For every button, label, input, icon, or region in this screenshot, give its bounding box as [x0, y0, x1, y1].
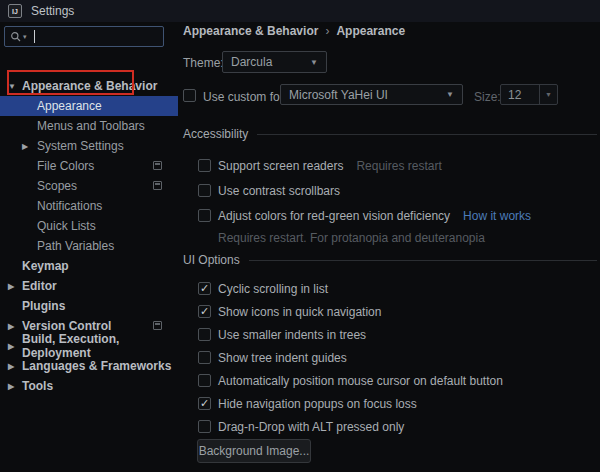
checkbox-label[interactable]: Show tree indent guides: [218, 351, 347, 365]
shared-settings-icon: [153, 161, 162, 170]
sidebar-item-scopes[interactable]: Scopes: [0, 176, 178, 196]
checkbox[interactable]: [198, 209, 211, 222]
section-header: UI Options: [183, 253, 597, 267]
settings-sidebar: ▾ ▼Appearance & BehaviorAppearanceMenus …: [0, 22, 178, 472]
font-size-value: 12: [501, 85, 539, 104]
theme-select[interactable]: Darcula ▼: [222, 51, 327, 73]
theme-label: Theme:: [183, 56, 224, 70]
sidebar-item-appearance[interactable]: Appearance: [0, 96, 178, 116]
settings-search-input[interactable]: ▾: [4, 26, 164, 47]
section-title: Accessibility: [183, 127, 248, 141]
title-bar: IJ Settings: [0, 0, 600, 22]
checkbox[interactable]: [198, 351, 211, 364]
sidebar-item-label: System Settings: [37, 139, 124, 153]
background-image-button[interactable]: Background Image...: [197, 439, 311, 463]
sidebar-item-editor[interactable]: ▶Editor: [0, 276, 178, 296]
checkbox-label[interactable]: Use contrast scrollbars: [218, 184, 340, 198]
chevron-right-icon[interactable]: ▶: [22, 142, 28, 151]
checkbox-row: ✓Hide navigation popups on focus loss: [183, 392, 597, 415]
checkbox-label[interactable]: Cyclic scrolling in list: [218, 282, 328, 296]
breadcrumb-item-parent[interactable]: Appearance & Behavior: [183, 24, 318, 38]
checkbox-label[interactable]: Hide navigation popups on focus loss: [218, 397, 417, 411]
sidebar-item-label: Editor: [22, 279, 57, 293]
hint-text: Requires restart: [356, 159, 441, 173]
section-header: Accessibility: [183, 127, 597, 141]
sidebar-item-build-execution-deployment[interactable]: ▶Build, Execution, Deployment: [0, 336, 178, 356]
checkbox-label[interactable]: Automatically position mouse cursor on d…: [218, 374, 503, 388]
sidebar-item-label: File Colors: [37, 159, 94, 173]
section-title: UI Options: [183, 253, 240, 267]
note-text: Requires restart. For protanopia and deu…: [183, 231, 597, 245]
sidebar-item-keymap[interactable]: Keymap: [0, 256, 178, 276]
checkbox-row: ✓Cyclic scrolling in list: [183, 277, 597, 300]
checkbox-row: Drag-n-Drop with ALT pressed only: [183, 415, 597, 438]
checkbox-row: Automatically position mouse cursor on d…: [183, 369, 597, 392]
intellij-logo-icon: IJ: [8, 4, 22, 18]
sidebar-item-label: Keymap: [22, 259, 69, 273]
shared-settings-icon: [153, 181, 162, 190]
checkbox[interactable]: [198, 374, 211, 387]
checkbox[interactable]: ✓: [198, 305, 211, 318]
sidebar-item-tools[interactable]: ▶Tools: [0, 376, 178, 396]
checkbox-label[interactable]: Adjust colors for red-green vision defic…: [218, 209, 450, 223]
font-family-select[interactable]: Microsoft YaHei UI ▼: [280, 84, 463, 105]
sidebar-item-label: Plugins: [22, 299, 65, 313]
chevron-right-icon[interactable]: ▶: [8, 322, 14, 331]
sidebar-item-menus-and-toolbars[interactable]: Menus and Toolbars: [0, 116, 178, 136]
checkbox-row: Use smaller indents in trees: [183, 323, 597, 346]
chevron-down-icon: ▼: [446, 90, 454, 99]
sidebar-item-quick-lists[interactable]: Quick Lists: [0, 216, 178, 236]
text-cursor: [34, 30, 35, 43]
sidebar-item-plugins[interactable]: Plugins: [0, 296, 178, 316]
sidebar-item-label: Languages & Frameworks: [22, 359, 171, 373]
checkbox-row: Show tree indent guides: [183, 346, 597, 369]
checkbox-row: Use contrast scrollbars: [183, 178, 597, 203]
section-divider: [249, 260, 597, 261]
checkbox-row: Adjust colors for red-green vision defic…: [183, 203, 597, 228]
checkbox[interactable]: [198, 328, 211, 341]
theme-selected-value: Darcula: [231, 55, 272, 69]
breadcrumb: Appearance & Behavior › Appearance: [183, 24, 405, 38]
sidebar-item-notifications[interactable]: Notifications: [0, 196, 178, 216]
search-icon: [10, 31, 22, 43]
window-title: Settings: [31, 4, 74, 18]
section-ui-options: UI Options ✓Cyclic scrolling in list✓Sho…: [183, 253, 597, 438]
checkbox[interactable]: [198, 184, 211, 197]
checkbox-label[interactable]: Support screen readers: [218, 159, 343, 173]
checkbox-label[interactable]: Use smaller indents in trees: [218, 328, 366, 342]
chevron-down-icon[interactable]: ▼: [8, 82, 16, 91]
checkbox-label[interactable]: Show icons in quick navigation: [218, 305, 381, 319]
sidebar-item-label: Version Control: [22, 319, 111, 333]
chevron-right-icon[interactable]: ▶: [8, 282, 14, 291]
checkbox-row: Support screen readersRequires restart: [183, 153, 597, 178]
how-it-works-link[interactable]: How it works: [463, 209, 531, 223]
sidebar-item-label: Path Variables: [37, 239, 114, 253]
sidebar-item-file-colors[interactable]: File Colors: [0, 156, 178, 176]
checkbox[interactable]: [198, 159, 211, 172]
section-divider: [257, 134, 597, 135]
chevron-right-icon[interactable]: ▶: [8, 342, 14, 351]
checkbox[interactable]: ✓: [198, 282, 211, 295]
sidebar-item-path-variables[interactable]: Path Variables: [0, 236, 178, 256]
use-custom-font-checkbox[interactable]: [183, 89, 196, 102]
sidebar-item-label: Scopes: [37, 179, 77, 193]
sidebar-item-languages-frameworks[interactable]: ▶Languages & Frameworks: [0, 356, 178, 376]
search-options-arrow-icon[interactable]: ▾: [23, 33, 27, 41]
sidebar-item-label: Notifications: [37, 199, 102, 213]
sidebar-item-system-settings[interactable]: ▶System Settings: [0, 136, 178, 156]
chevron-right-icon[interactable]: ▶: [8, 382, 14, 391]
sidebar-item-appearance-behavior[interactable]: ▼Appearance & Behavior: [0, 76, 178, 96]
section-accessibility: Accessibility Support screen readersRequ…: [183, 127, 597, 245]
chevron-down-icon[interactable]: ▼: [539, 85, 557, 104]
font-size-combobox[interactable]: 12 ▼: [500, 84, 558, 105]
checkbox[interactable]: [198, 420, 211, 433]
checkbox-row: ✓Show icons in quick navigation: [183, 300, 597, 323]
chevron-right-icon[interactable]: ▶: [8, 362, 14, 371]
sidebar-item-label: Quick Lists: [37, 219, 96, 233]
breadcrumb-item-current: Appearance: [336, 24, 405, 38]
sidebar-item-label: Appearance: [37, 99, 102, 113]
font-size-label: Size:: [474, 90, 501, 104]
sidebar-item-label: Tools: [22, 379, 53, 393]
checkbox-label[interactable]: Drag-n-Drop with ALT pressed only: [218, 420, 404, 434]
checkbox[interactable]: ✓: [198, 397, 211, 410]
